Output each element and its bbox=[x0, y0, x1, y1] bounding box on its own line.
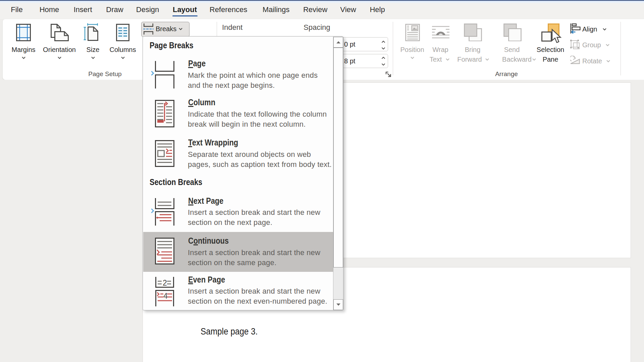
svg-text:2: 2 bbox=[163, 279, 167, 287]
svg-text:4: 4 bbox=[163, 292, 168, 300]
